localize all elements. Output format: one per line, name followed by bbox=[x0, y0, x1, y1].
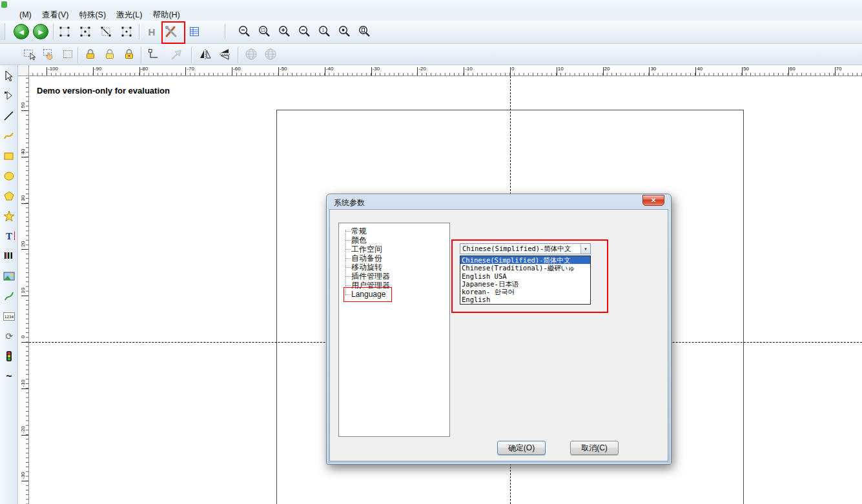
dialog-titlebar[interactable]: 系统参数 ✕ bbox=[327, 194, 671, 209]
zoom-out-2-icon bbox=[298, 25, 312, 39]
menu-laser[interactable]: 激光(L) bbox=[111, 9, 147, 21]
tool-node-edit-button[interactable] bbox=[1, 88, 17, 105]
node-select-button[interactable] bbox=[56, 23, 73, 40]
combobox-value: Chinese(Simplified)-简体中文 bbox=[460, 245, 580, 254]
clipped-toolbar-button[interactable] bbox=[0, 23, 5, 40]
move-rotate-button[interactable] bbox=[168, 46, 185, 63]
tool-vector-file-button[interactable] bbox=[1, 288, 17, 305]
tool-rotate-button[interactable]: ⟳ bbox=[1, 328, 17, 345]
tree-item-general[interactable]: 常规 bbox=[339, 227, 449, 236]
zoom-window-button[interactable] bbox=[256, 23, 273, 40]
separator bbox=[139, 24, 139, 39]
tool-laser-control-button[interactable] bbox=[1, 348, 17, 365]
separator bbox=[77, 47, 78, 63]
menu-view[interactable]: 查看(V) bbox=[37, 9, 74, 21]
separator bbox=[53, 24, 54, 39]
tree-item-color[interactable]: 颜色 bbox=[339, 236, 449, 245]
language-combobox[interactable]: Chinese(Simplified)-简体中文 ▼ bbox=[460, 243, 591, 254]
menu-help[interactable]: 帮助(H) bbox=[147, 9, 185, 21]
cancel-button[interactable]: 取消(C) bbox=[570, 441, 619, 455]
hatch-pattern-button-2[interactable] bbox=[262, 46, 279, 63]
tool-star-button[interactable] bbox=[1, 208, 17, 225]
corner-node-icon bbox=[147, 48, 160, 61]
language-option-5[interactable]: English bbox=[460, 296, 590, 303]
ruler-horizontal: -100-90-80-70-60-50-40-30-20-10010203040… bbox=[29, 65, 862, 76]
zoom-extents-button[interactable] bbox=[336, 23, 353, 40]
zoom-out-2-button[interactable] bbox=[296, 23, 313, 40]
tool-text-button[interactable]: T bbox=[1, 228, 17, 245]
language-option-0[interactable]: Chinese(Simplified)-简体中文 bbox=[460, 256, 590, 264]
tool-freehand-button[interactable] bbox=[1, 128, 17, 145]
zoom-out-button[interactable] bbox=[236, 23, 253, 40]
tree-item-language[interactable]: Language bbox=[339, 290, 449, 299]
tool-line-button[interactable] bbox=[1, 108, 17, 125]
mirror-vertical-button[interactable] bbox=[197, 46, 214, 63]
menu-file[interactable]: (M) bbox=[14, 9, 37, 21]
hand-select-icon bbox=[42, 47, 56, 61]
serial-number-icon: 1234 bbox=[3, 312, 15, 321]
system-parameters-button[interactable] bbox=[163, 23, 180, 40]
tool-serial-number-button[interactable]: 1234 bbox=[1, 308, 17, 325]
zoom-in-button[interactable] bbox=[276, 23, 293, 40]
pick-hand-button[interactable] bbox=[41, 46, 57, 63]
language-option-3[interactable]: Japanese-日本语 bbox=[460, 280, 590, 288]
dialog-title: 系统参数 bbox=[334, 197, 365, 208]
object-properties-button[interactable] bbox=[186, 23, 203, 40]
settings-tree: 常规 颜色 工作空间 自动备份 移动旋转 插件管理器 用户管理器 Languag… bbox=[338, 223, 450, 437]
tree-item-user-manager[interactable]: 用户管理器 bbox=[339, 281, 449, 290]
back-button[interactable]: ◀ bbox=[13, 23, 30, 40]
tool-polygon-button[interactable] bbox=[1, 188, 17, 205]
app-window: (M) 查看(V) 特殊(S) 激光(L) 帮助(H) ◀ ▶ H bbox=[0, 0, 862, 504]
hatch-pattern-button-1[interactable] bbox=[243, 46, 260, 63]
ellipse-icon bbox=[3, 170, 15, 183]
tool-wave-button[interactable]: ~ bbox=[1, 368, 17, 385]
language-option-2[interactable]: English USA bbox=[460, 272, 590, 280]
unlock-icon bbox=[103, 48, 116, 61]
tool-rectangle-button[interactable] bbox=[1, 148, 17, 165]
zoom-actual-button[interactable]: 1 bbox=[316, 23, 333, 40]
separator bbox=[225, 24, 225, 39]
back-icon: ◀ bbox=[14, 24, 29, 39]
marquee-zone-button[interactable] bbox=[59, 46, 76, 63]
menu-special[interactable]: 特殊(S) bbox=[74, 9, 111, 21]
tree-item-label: Language bbox=[351, 290, 385, 299]
tool-ellipse-button[interactable] bbox=[1, 168, 17, 185]
lock-button-2[interactable] bbox=[101, 46, 118, 63]
node-delete-button[interactable] bbox=[118, 23, 135, 40]
lock-button-1[interactable] bbox=[82, 46, 99, 63]
lock-button-3[interactable] bbox=[121, 46, 138, 63]
language-option-1[interactable]: Chinese(Traditional)-縼砰いゅ bbox=[460, 264, 590, 272]
toolbar-edit bbox=[0, 44, 862, 65]
ok-button[interactable]: 确定(O) bbox=[497, 441, 546, 455]
tree-item-workspace[interactable]: 工作空间 bbox=[339, 245, 449, 254]
combobox-dropdown-button[interactable]: ▼ bbox=[580, 244, 590, 254]
put-to-origin-button[interactable] bbox=[145, 46, 162, 63]
zoom-page-button[interactable] bbox=[356, 23, 373, 40]
forward-button[interactable]: ▶ bbox=[32, 23, 49, 40]
select-objects-button[interactable] bbox=[21, 46, 38, 63]
tree-item-autobackup[interactable]: 自动备份 bbox=[339, 254, 449, 263]
text-tool-icon: T bbox=[6, 231, 12, 242]
language-option-4[interactable]: korean- 한국어 bbox=[460, 288, 590, 296]
tool-bitmap-button[interactable] bbox=[1, 268, 17, 285]
zoom-extents-icon bbox=[338, 25, 352, 39]
close-icon: ✕ bbox=[651, 197, 656, 204]
tool-barcode-button[interactable] bbox=[1, 248, 17, 265]
lock-icon bbox=[84, 48, 97, 61]
demo-watermark: Demo version-only for evaluation bbox=[37, 86, 170, 96]
tree-item-move-rotate[interactable]: 移动旋转 bbox=[339, 263, 449, 272]
polygon-icon bbox=[3, 190, 15, 203]
tree-item-label: 常规 bbox=[351, 227, 367, 236]
hatch-button[interactable]: H bbox=[143, 23, 160, 40]
node-add-button[interactable] bbox=[77, 23, 94, 40]
barcode-icon bbox=[3, 250, 15, 263]
node-marquee-icon bbox=[58, 25, 71, 38]
language-listbox: Chinese(Simplified)-简体中文 Chinese(Traditi… bbox=[460, 256, 591, 305]
ruler-corner bbox=[18, 65, 29, 76]
node-move-button[interactable] bbox=[97, 23, 114, 40]
tree-item-plugin-manager[interactable]: 插件管理器 bbox=[339, 272, 449, 281]
mirror-horizontal-button[interactable] bbox=[216, 46, 233, 63]
app-icon bbox=[1, 1, 7, 8]
dialog-close-button[interactable]: ✕ bbox=[642, 195, 664, 206]
tool-select-button[interactable] bbox=[1, 68, 17, 85]
